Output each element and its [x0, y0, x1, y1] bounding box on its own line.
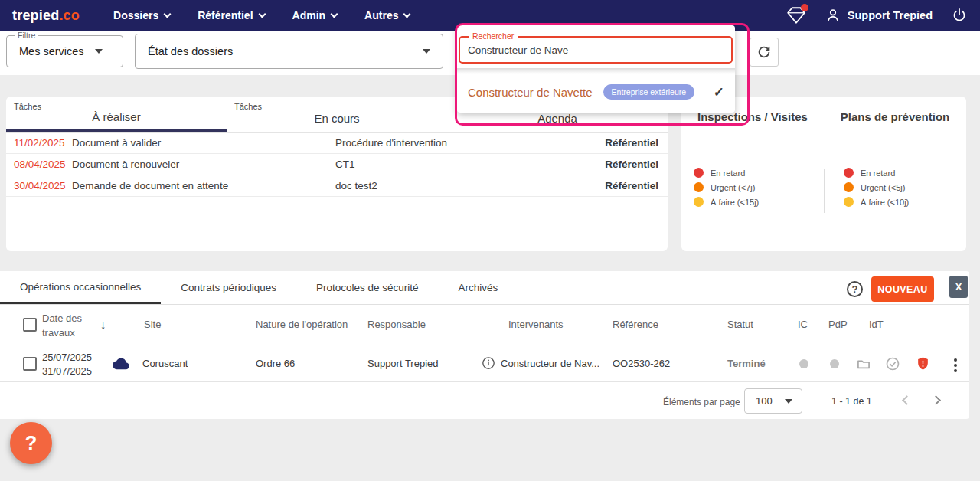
inspections-legend: En retard Urgent (<7j) À faire (<15j) [681, 165, 824, 209]
operations-card: Opérations occasionnelles Contrats pério… [0, 271, 969, 419]
status-card: Inspections / Visites Plans de préventio… [681, 97, 966, 251]
caret-down-icon [785, 399, 792, 404]
pagination-bar: Éléments par page 100 1 - 1 de 1 [0, 382, 969, 419]
plans-prevention-title: Plans de prévention [824, 110, 966, 123]
table-row[interactable]: 25/07/202531/07/2025 Coruscant Ordre 66 … [0, 345, 969, 382]
row-status-badge: Terminé [727, 358, 766, 369]
select-all-checkbox[interactable] [23, 318, 37, 332]
legend-divider [824, 169, 825, 213]
power-icon[interactable] [951, 7, 968, 24]
status-legends: En retard Urgent (<7j) À faire (<15j) En… [681, 165, 966, 209]
column-ic[interactable]: IC [798, 319, 808, 330]
dossier-state-select[interactable]: État des dossiers [135, 34, 443, 69]
caret-down-icon [95, 49, 103, 54]
tab-archives[interactable]: Archivés [439, 271, 518, 304]
tab-protocoles-securite[interactable]: Protocoles de sécurité [296, 271, 439, 304]
task-date: 08/04/2025 [14, 159, 66, 170]
menu-admin[interactable]: Admin [292, 9, 338, 21]
operations-tabs: Opérations occasionnelles Contrats pério… [0, 271, 969, 305]
menu-autres[interactable]: Autres [364, 9, 410, 21]
refresh-icon [756, 44, 773, 61]
chevron-down-icon [164, 11, 172, 18]
task-row[interactable]: 30/04/2025 Demande de document en attent… [6, 175, 668, 197]
row-reference: OO2530-262 [612, 358, 670, 369]
cloud-icon [112, 357, 130, 371]
sort-descending-icon[interactable]: ↓ [100, 318, 106, 331]
menu-referentiel[interactable]: Référentiel [198, 9, 264, 21]
items-per-page-select[interactable]: 100 [744, 388, 802, 414]
column-reference[interactable]: Référence [612, 319, 658, 330]
task-title: Document à renouveler [72, 159, 179, 170]
navbar-right: Support Trepied [786, 6, 968, 25]
column-responsable[interactable]: Responsable [368, 319, 426, 330]
gem-icon[interactable] [786, 6, 806, 25]
row-responsable: Support Trepied [368, 358, 439, 369]
row-date-start: 25/07/2025 [42, 352, 92, 363]
plans-legend: En retard Urgent (<5j) À faire (<10j) [824, 165, 966, 209]
yellow-dot-icon [844, 197, 854, 207]
app-root: trepied.co Dossiers Référentiel Admin Au… [0, 0, 980, 481]
column-idt[interactable]: IdT [869, 319, 884, 330]
column-site[interactable]: Site [144, 319, 161, 330]
task-tag: Référentiel [605, 159, 658, 170]
row-menu-kebab-icon[interactable] [952, 357, 959, 374]
task-detail: doc test2 [335, 180, 377, 191]
chevron-down-icon [258, 11, 266, 18]
operations-table-header: Date des travaux ↓ Site Nature de l'opér… [0, 305, 969, 345]
next-page-icon[interactable] [931, 395, 941, 405]
menu-dossiers[interactable]: Dossiers [113, 9, 170, 21]
red-dot-icon [844, 168, 854, 178]
column-statut[interactable]: Statut [727, 319, 753, 330]
services-filter-value: Mes services [19, 45, 84, 57]
row-site: Coruscant [142, 358, 188, 369]
search-suggestion-item[interactable]: Constructeur de Navette Entreprise extér… [457, 77, 735, 106]
tab-taches-a-realiser[interactable]: Tâches À réaliser [6, 97, 227, 132]
task-date: 11/02/2025 [14, 137, 65, 149]
help-fab-button[interactable]: ? [10, 422, 52, 464]
folder-icon[interactable] [856, 356, 871, 371]
shield-alert-icon[interactable] [916, 355, 930, 371]
nav-menus: Dossiers Référentiel Admin Autres [113, 9, 410, 21]
notification-badge [801, 4, 808, 11]
refresh-button[interactable] [750, 38, 779, 67]
column-date[interactable]: Date des travaux [42, 312, 102, 341]
search-popup: Rechercher Constructeur de Navette Entre… [457, 25, 735, 113]
user-icon [825, 7, 841, 24]
check-circle-icon[interactable] [885, 356, 900, 371]
task-title: Demande de document en attente [72, 180, 228, 191]
task-row[interactable]: 11/02/2025 Document à valider Procédure … [6, 133, 668, 154]
tab-contrats-periodiques[interactable]: Contrats périodiques [161, 271, 296, 304]
excel-export-icon[interactable]: X [949, 276, 968, 298]
tab-operations-occasionnelles[interactable]: Opérations occasionnelles [0, 271, 161, 304]
column-nature[interactable]: Nature de l'opération [256, 319, 348, 330]
row-intervenants[interactable]: Constructeur de Nav... [501, 358, 599, 369]
ic-status-dot-icon [799, 359, 808, 368]
row-checkbox[interactable] [23, 357, 37, 371]
task-tag: Référentiel [605, 137, 658, 149]
support-link[interactable]: Support Trepied [825, 7, 933, 24]
info-icon[interactable] [482, 356, 495, 370]
nouveau-button[interactable]: NOUVEAU [871, 276, 934, 302]
search-field: Rechercher [459, 36, 733, 64]
row-date-end: 31/07/2025 [42, 365, 92, 377]
column-pdp[interactable]: PdP [828, 319, 848, 330]
caret-down-icon [423, 49, 430, 54]
tab-taches-en-cours[interactable]: Tâches En cours [227, 97, 447, 132]
red-dot-icon [694, 168, 704, 178]
task-tag: Référentiel [605, 180, 658, 191]
tasks-card: Tâches À réaliser Tâches En cours Agenda… [6, 97, 668, 251]
row-nature: Ordre 66 [256, 358, 295, 369]
task-row[interactable]: 08/04/2025 Document à renouveler CT1 Réf… [6, 154, 668, 175]
column-intervenants[interactable]: Intervenants [508, 319, 564, 330]
task-date: 30/04/2025 [14, 180, 66, 191]
pdp-status-dot-icon [830, 359, 839, 368]
filter-legend: Filtre [15, 31, 38, 40]
orange-dot-icon [694, 182, 704, 192]
services-filter-select[interactable]: Filtre Mes services [6, 35, 123, 67]
task-title: Document à valider [72, 137, 161, 149]
app-logo[interactable]: trepied.co [12, 8, 80, 24]
previous-page-icon[interactable] [902, 395, 912, 405]
help-icon[interactable]: ? [847, 281, 863, 297]
entreprise-exterieure-badge: Entreprise extérieure [603, 84, 694, 100]
search-input[interactable] [468, 38, 713, 62]
